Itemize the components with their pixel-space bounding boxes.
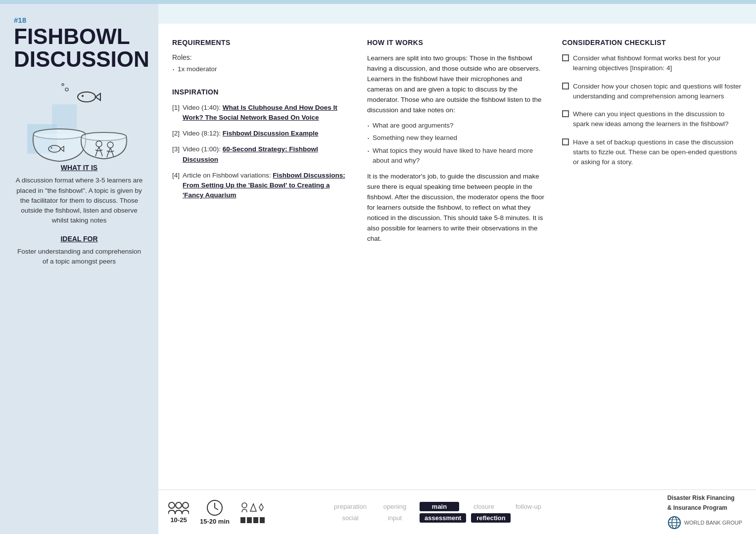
svg-point-11 bbox=[51, 147, 52, 149]
bottom-left: 10-25 15-20 min bbox=[158, 499, 317, 525]
top-accent-bar bbox=[0, 0, 756, 4]
inspiration-item-2: [2] Video (8:12): Fishbowl Discussion Ex… bbox=[172, 129, 352, 138]
format-icon bbox=[240, 501, 265, 516]
format-group bbox=[240, 501, 265, 523]
roles-label: Roles: bbox=[172, 53, 352, 61]
people-icon bbox=[168, 500, 189, 515]
role-item: 1x moderator bbox=[172, 64, 352, 75]
phase-reflection: reflection bbox=[471, 513, 511, 523]
inspiration-link-2[interactable]: Fishbowl Discussion Example bbox=[223, 130, 319, 137]
content-area: REQUIREMENTS Roles: 1x moderator INSPIRA… bbox=[158, 4, 756, 534]
clock-icon bbox=[206, 499, 224, 517]
phases-row-1: preparation opening main closure follow-… bbox=[331, 502, 548, 511]
sidebar: #18 FISHBOWLDISCUSSION bbox=[0, 4, 158, 534]
inspiration-item-3: [3] Video (1:00): 60-Second Strategy: Fi… bbox=[172, 144, 352, 165]
fishbowl-illustration bbox=[22, 80, 136, 164]
hw-bullet-3: What topics they would have liked to hav… bbox=[367, 146, 547, 166]
inspiration-header: INSPIRATION bbox=[172, 88, 352, 96]
phase-assessment: assessment bbox=[420, 513, 466, 523]
svg-line-21 bbox=[215, 508, 218, 510]
checkbox-3[interactable] bbox=[562, 110, 569, 117]
checklist-header: CONSIDERATION CHECKLIST bbox=[562, 39, 742, 46]
svg-point-17 bbox=[176, 502, 182, 508]
phase-closure: closure bbox=[464, 503, 504, 510]
wb-line2: & Insurance Program bbox=[667, 504, 727, 512]
svg-point-22 bbox=[242, 503, 247, 508]
page-title: FISHBOWLDISCUSSION bbox=[14, 25, 144, 71]
svg-marker-23 bbox=[250, 504, 256, 511]
what-it-is-label: WHAT IT IS bbox=[14, 164, 144, 172]
phases-container: preparation opening main closure follow-… bbox=[331, 502, 548, 523]
hw-bullet-2: Something new they learned bbox=[367, 133, 547, 144]
columns-area: REQUIREMENTS Roles: 1x moderator INSPIRA… bbox=[158, 24, 756, 490]
participants-group: 10-25 bbox=[168, 500, 189, 524]
participants-count: 10-25 bbox=[170, 516, 187, 524]
checklist-item-2: Consider how your chosen topic and quest… bbox=[562, 82, 742, 102]
duration-group: 15-20 min bbox=[200, 499, 230, 525]
svg-point-18 bbox=[183, 502, 189, 508]
requirements-column: REQUIREMENTS Roles: 1x moderator INSPIRA… bbox=[172, 39, 352, 490]
wb-line1: Disaster Risk Financing bbox=[667, 494, 735, 502]
checklist-item-3: Where can you inject questions in the di… bbox=[562, 109, 742, 130]
checkbox-2[interactable] bbox=[562, 83, 569, 89]
how-it-works-text: Learners are split into two groups: Thos… bbox=[367, 53, 547, 249]
checklist-item-4: Have a set of backup questions in case t… bbox=[562, 137, 742, 168]
duration-text: 15-20 min bbox=[200, 518, 230, 525]
checkbox-4[interactable] bbox=[562, 138, 569, 145]
phase-opening: opening bbox=[375, 503, 415, 510]
svg-marker-3 bbox=[95, 93, 100, 100]
inspiration-item-4: [4] Article on Fishbowl variations: Fish… bbox=[172, 171, 352, 201]
phase-input: input bbox=[375, 514, 415, 522]
phase-social: social bbox=[331, 514, 370, 522]
svg-rect-1 bbox=[52, 104, 77, 129]
what-it-is-text: A discussion format where 3-5 learners a… bbox=[14, 176, 144, 225]
bottom-right: preparation opening main closure follow-… bbox=[317, 494, 756, 530]
bar-icons bbox=[240, 517, 265, 523]
ideal-for-text: Foster understanding and comprehension o… bbox=[14, 247, 144, 267]
how-it-works-header: HOW IT WORKS bbox=[367, 39, 547, 46]
svg-point-4 bbox=[82, 95, 84, 97]
phase-main: main bbox=[420, 502, 459, 511]
checkbox-1[interactable] bbox=[562, 54, 569, 61]
svg-point-16 bbox=[169, 502, 175, 508]
requirements-header: REQUIREMENTS bbox=[172, 39, 352, 46]
hw-bullet-1: What are good arguments? bbox=[367, 121, 547, 132]
bottom-bar: 10-25 15-20 min bbox=[158, 490, 756, 534]
inspiration-section: INSPIRATION [1] Video (1:40): What Is Cl… bbox=[172, 88, 352, 207]
inspiration-item-1: [1] Video (1:40): What Is Clubhouse And … bbox=[172, 103, 352, 123]
checklist-item-1: Consider what fishbowl format works best… bbox=[562, 53, 742, 74]
svg-marker-24 bbox=[259, 504, 263, 511]
phase-preparation: preparation bbox=[331, 503, 370, 510]
how-it-works-column: HOW IT WORKS Learners are split into two… bbox=[367, 39, 547, 490]
tag-number: #18 bbox=[14, 16, 144, 24]
world-bank-globe-icon bbox=[667, 516, 681, 530]
checklist-column: CONSIDERATION CHECKLIST Consider what fi… bbox=[562, 39, 742, 490]
world-bank-logo: Disaster Risk Financing & Insurance Prog… bbox=[667, 494, 742, 530]
ideal-for-label: IDEAL FOR bbox=[14, 235, 144, 243]
phase-followup: follow-up bbox=[509, 503, 548, 510]
svg-point-5 bbox=[65, 88, 68, 91]
svg-point-2 bbox=[78, 92, 95, 102]
phases-row-2: social input assessment reflection bbox=[331, 513, 548, 523]
content-top-strip bbox=[158, 4, 756, 24]
wb-sub: WORLD BANK GROUP bbox=[684, 520, 742, 526]
main-content: #18 FISHBOWLDISCUSSION bbox=[0, 4, 756, 534]
svg-point-6 bbox=[62, 84, 64, 86]
